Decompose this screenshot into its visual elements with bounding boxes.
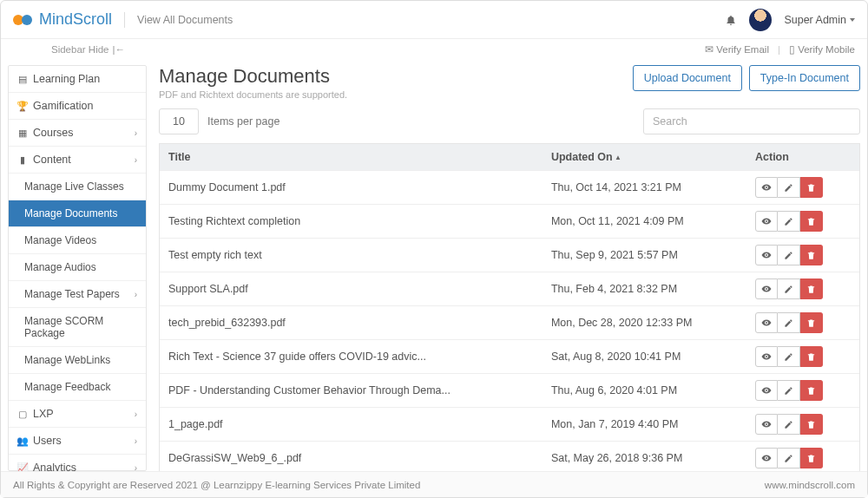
cell-updated: Mon, Dec 28, 2020 12:33 PM [551, 317, 755, 329]
sidebar-item-lxp[interactable]: ▢LXP› [9, 401, 146, 428]
edit-button[interactable] [778, 346, 800, 367]
edit-button[interactable] [778, 278, 800, 299]
view-button[interactable] [755, 278, 778, 299]
edit-button[interactable] [778, 211, 800, 232]
edit-button[interactable] [778, 245, 800, 265]
view-button[interactable] [755, 312, 778, 333]
sidebar-item-learning-plan[interactable]: ▤Learning Plan [9, 66, 146, 93]
table-row: tech_prebid_632393.pdfMon, Dec 28, 2020 … [160, 305, 859, 339]
cell-updated: Thu, Feb 4, 2021 8:32 PM [551, 283, 755, 295]
search-input[interactable] [643, 108, 860, 134]
view-button[interactable] [755, 177, 778, 198]
sidebar-item-manage-weblinks[interactable]: Manage WebLinks [9, 347, 146, 374]
verify-mobile-link[interactable]: ▯ Verify Mobile [789, 43, 855, 56]
edit-button[interactable] [778, 448, 800, 469]
users-icon: 👥 [17, 436, 28, 447]
table-row: 1_page.pdfMon, Jan 7, 2019 4:40 PM [160, 407, 859, 441]
cell-title: PDF - Understanding Customer Behavior Th… [168, 384, 551, 396]
avatar[interactable] [749, 9, 772, 31]
cell-updated: Mon, Oct 11, 2021 4:09 PM [551, 215, 755, 227]
view-button[interactable] [755, 211, 778, 232]
sidebar: ▤Learning Plan 🏆Gamification ▦Courses› ▮… [8, 65, 147, 471]
book-icon: ▤ [17, 74, 28, 85]
sidebar-item-manage-audios[interactable]: Manage Audios [9, 254, 146, 281]
sidebar-item-manage-live-classes[interactable]: Manage Live Classes [9, 174, 146, 200]
cell-updated: Sat, May 26, 2018 9:36 PM [551, 452, 755, 464]
items-per-page-label: Items per page [207, 115, 279, 128]
sidebar-item-content[interactable]: ▮Content› [9, 147, 146, 174]
table-header: Title Updated On Action [160, 143, 859, 170]
cell-updated: Thu, Sep 9, 2021 5:57 PM [551, 249, 755, 261]
delete-button[interactable] [800, 177, 823, 198]
cell-title: tech_prebid_632393.pdf [168, 317, 551, 329]
view-button[interactable] [755, 245, 778, 265]
sidebar-item-manage-videos[interactable]: Manage Videos [9, 227, 146, 254]
notifications-icon[interactable] [725, 14, 737, 26]
cell-updated: Sat, Aug 8, 2020 10:41 PM [551, 351, 755, 363]
delete-button[interactable] [800, 414, 823, 435]
table-row: Support SLA.pdfThu, Feb 4, 2021 8:32 PM [160, 272, 859, 305]
verify-email-link[interactable]: ✉ Verify Email [705, 43, 769, 56]
delete-button[interactable] [800, 278, 823, 299]
delete-button[interactable] [800, 211, 823, 232]
envelope-icon: ✉ [705, 44, 713, 55]
page-subtitle: PDF and Richtext documents are supported… [159, 89, 347, 100]
trophy-icon: 🏆 [17, 101, 28, 112]
sidebar-item-manage-feedback[interactable]: Manage Feedback [9, 374, 146, 401]
sidebar-item-manage-test-papers[interactable]: Manage Test Papers› [9, 281, 146, 308]
caret-down-icon [850, 18, 855, 22]
cell-updated: Thu, Oct 14, 2021 3:21 PM [551, 181, 755, 193]
chevron-right-icon: › [135, 128, 137, 138]
page-title: Manage Documents [159, 65, 347, 88]
delete-button[interactable] [800, 312, 823, 333]
sidebar-item-courses[interactable]: ▦Courses› [9, 120, 146, 147]
col-header-title[interactable]: Title [168, 151, 551, 163]
footer-site-link[interactable]: www.mindscroll.com [765, 480, 855, 490]
type-in-document-button[interactable]: Type-In Document [749, 65, 860, 91]
view-button[interactable] [755, 414, 778, 435]
view-all-documents-link[interactable]: View All Documents [137, 14, 233, 26]
view-button[interactable] [755, 380, 778, 401]
user-name: Super Admin [784, 14, 846, 26]
user-menu[interactable]: Super Admin [784, 14, 855, 26]
sidebar-item-manage-scorm[interactable]: Manage SCORM Package [9, 308, 146, 347]
edit-button[interactable] [778, 177, 800, 198]
table-row: PDF - Understanding Customer Behavior Th… [160, 373, 859, 407]
file-icon: ▮ [17, 154, 28, 166]
cell-updated: Mon, Jan 7, 2019 4:40 PM [551, 418, 755, 430]
chevron-right-icon: › [135, 155, 137, 165]
upload-document-button[interactable]: Upload Document [633, 65, 742, 91]
brand-logo-icon [13, 13, 36, 27]
items-per-page-input[interactable] [159, 108, 199, 134]
view-button[interactable] [755, 448, 778, 469]
mobile-icon: ▯ [789, 44, 795, 55]
cell-title: 1_page.pdf [168, 418, 551, 430]
edit-button[interactable] [778, 380, 800, 401]
sidebar-item-users[interactable]: 👥Users› [9, 428, 146, 455]
cell-title: Rich Text - Science 37 guide offers COVI… [168, 351, 551, 363]
collapse-left-icon: |← [112, 44, 125, 55]
delete-button[interactable] [800, 245, 823, 265]
chevron-right-icon: › [135, 290, 137, 299]
brand-name: MindScroll [39, 10, 112, 29]
documents-table: Title Updated On Action Dummy Document 1… [159, 143, 860, 498]
delete-button[interactable] [800, 380, 823, 401]
edit-button[interactable] [778, 312, 800, 333]
sidebar-item-gamification[interactable]: 🏆Gamification [9, 93, 146, 120]
view-button[interactable] [755, 346, 778, 367]
cell-updated: Thu, Aug 6, 2020 4:01 PM [551, 384, 755, 396]
col-header-updated[interactable]: Updated On [551, 151, 755, 163]
brand-logo[interactable]: MindScroll [13, 10, 112, 29]
edit-button[interactable] [778, 414, 800, 435]
table-row: Test empty rich textThu, Sep 9, 2021 5:5… [160, 238, 859, 272]
cell-title: Support SLA.pdf [168, 283, 551, 295]
footer-copyright: All Rights & Copyright are Reserved 2021… [13, 480, 420, 490]
sidebar-item-manage-documents[interactable]: Manage Documents [9, 200, 146, 227]
divider [124, 12, 125, 28]
cell-title: Test empty rich text [168, 249, 551, 261]
delete-button[interactable] [800, 448, 823, 469]
table-row: Testing Richtext completionMon, Oct 11, … [160, 204, 859, 238]
delete-button[interactable] [800, 346, 823, 367]
cell-title: Testing Richtext completion [168, 215, 551, 227]
sidebar-hide-toggle[interactable]: Sidebar Hide |← [51, 44, 125, 55]
